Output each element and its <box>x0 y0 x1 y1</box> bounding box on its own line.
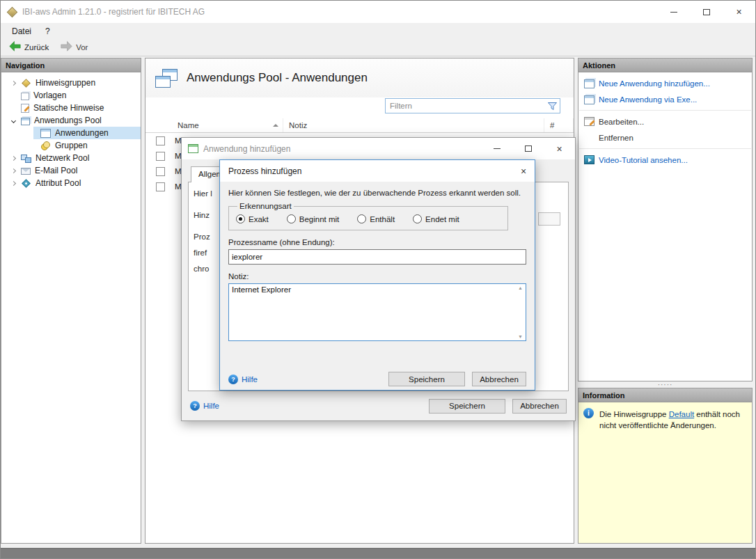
save-button[interactable]: Speichern <box>429 399 505 414</box>
expander[interactable] <box>6 169 21 173</box>
toolbar: Zurück Vor <box>1 39 755 56</box>
maximize-icon <box>703 9 710 15</box>
action-group: Video-Tutorial ansehen... <box>579 149 751 171</box>
actions-header: Aktionen <box>578 58 752 72</box>
action-video-tutorial[interactable]: Video-Tutorial ansehen... <box>579 152 751 168</box>
save-button[interactable]: Speichern <box>388 372 465 386</box>
default-group-link[interactable]: Default <box>669 410 694 418</box>
cancel-button[interactable]: Abbrechen <box>512 399 567 414</box>
navigation-tree: Hinweisgruppen Vorlagen Statische Hinwei… <box>1 72 141 189</box>
close-button[interactable]: × <box>723 1 755 23</box>
detection-group: Erkennungsart Exakt Beginnt mit Enthält <box>228 202 508 230</box>
action-group: Bearbeiten... Entfernen <box>579 111 751 149</box>
email-pool-icon <box>21 168 31 175</box>
column-header-notiz[interactable]: Notiz <box>283 118 544 132</box>
textarea-scrollbar[interactable]: ▲ ▼ <box>515 284 526 340</box>
fragment-text: Hinz <box>194 211 210 219</box>
action-neue-anwendung-via-exe[interactable]: Neue Anwendung via Exe... <box>579 91 751 107</box>
cancel-button[interactable]: Abbrechen <box>472 372 526 386</box>
expander[interactable] <box>6 157 21 160</box>
chevron-down-icon <box>10 118 15 123</box>
filter-box <box>385 98 560 113</box>
menu-bar: Datei ? <box>1 23 755 39</box>
right-column: Aktionen Neue Anwendung hinzufügen... Ne… <box>578 58 753 544</box>
hinweisgruppen-icon <box>22 79 31 88</box>
sidebar-item-email-pool[interactable]: E-Mail Pool <box>1 164 141 177</box>
filter-funnel-icon[interactable] <box>544 99 560 113</box>
radio-exakt[interactable]: Exakt <box>236 214 269 223</box>
sidebar-item-anwendungen[interactable]: Anwendungen <box>1 127 141 139</box>
video-tutorial-icon <box>584 155 594 164</box>
information-body: i Die Hinweisgruppe Default enthält noch… <box>578 402 752 543</box>
gruppen-icon <box>40 141 51 150</box>
sidebar-item-statische-hinweise[interactable]: Statische Hinweise <box>1 102 141 114</box>
help-link[interactable]: ? Hilfe <box>190 401 219 411</box>
information-panel: Information i Die Hinweisgruppe Default … <box>578 388 753 544</box>
sidebar-item-anwendungs-pool[interactable]: Anwendungs Pool <box>1 114 141 127</box>
row-checkbox[interactable] <box>156 152 165 161</box>
row-checkbox[interactable] <box>156 136 165 145</box>
dialog-footer: ? Hilfe Speichern Abbrechen <box>228 368 526 390</box>
minimize-button[interactable] <box>657 1 690 23</box>
radio-enthaelt[interactable]: Enthält <box>357 214 395 223</box>
sidebar-item-vorlagen[interactable]: Vorlagen <box>1 89 141 102</box>
chevron-right-icon <box>10 80 15 85</box>
action-bearbeiten[interactable]: Bearbeiten... <box>579 113 751 129</box>
chevron-right-icon <box>10 155 15 160</box>
expander[interactable] <box>6 81 21 85</box>
back-button[interactable]: Zurück <box>4 40 54 55</box>
radio-beginnt-mit[interactable]: Beginnt mit <box>287 214 340 223</box>
scroll-down-icon[interactable]: ▼ <box>518 334 523 339</box>
sidebar-item-hinweisgruppen[interactable]: Hinweisgruppen <box>1 77 141 89</box>
checkbox-column-header[interactable] <box>145 118 172 132</box>
navigation-panel: Navigation Hinweisgruppen Vorlagen Stati… <box>1 58 141 544</box>
sidebar-item-attribut-pool[interactable]: Attribut Pool <box>1 177 141 189</box>
menu-help[interactable]: ? <box>38 24 57 38</box>
window-controls: × <box>657 1 755 23</box>
action-neue-anwendung-hinzufuegen[interactable]: Neue Anwendung hinzufügen... <box>579 75 751 91</box>
new-application-exe-icon <box>584 95 594 104</box>
window-title: IBI-aws Admin 1.21.0 - registriert für I… <box>22 7 205 17</box>
app-logo-icon <box>6 6 17 17</box>
minimize-button[interactable] <box>481 138 512 159</box>
radio-endet-mit[interactable]: Endet mit <box>413 214 459 223</box>
row-checkbox[interactable] <box>156 167 165 176</box>
note-textarea[interactable]: Internet Explorer <box>229 284 526 340</box>
column-header-count[interactable]: # <box>544 118 574 132</box>
menu-datei[interactable]: Datei <box>5 24 38 38</box>
radio-icon <box>357 214 366 223</box>
help-link[interactable]: ? Hilfe <box>228 375 258 384</box>
filter-row <box>145 97 574 118</box>
sidebar-item-netzwerk-pool[interactable]: Netzwerk Pool <box>1 152 141 164</box>
dialog-title-bar: Prozess hinzufügen × <box>220 160 535 182</box>
attribut-pool-icon <box>22 179 31 188</box>
close-button[interactable]: × <box>544 138 575 159</box>
help-icon: ? <box>190 401 200 411</box>
close-button[interactable]: × <box>512 160 535 182</box>
forward-button[interactable]: Vor <box>56 40 93 55</box>
sidebar-item-gruppen[interactable]: Gruppen <box>1 139 141 152</box>
status-bar <box>1 548 755 559</box>
info-icon: i <box>583 408 594 418</box>
maximize-button[interactable] <box>690 1 723 23</box>
chevron-right-icon <box>10 180 15 185</box>
expander[interactable] <box>6 119 21 123</box>
radio-icon <box>413 214 422 223</box>
dialog-description: Hier können Sie festlegen, wie der zu üb… <box>228 189 526 197</box>
filter-input[interactable] <box>386 102 544 110</box>
forward-arrow-icon <box>61 41 72 54</box>
process-name-input[interactable] <box>228 249 526 265</box>
expander[interactable] <box>6 182 21 185</box>
panel-splitter[interactable]: ····· <box>578 381 753 388</box>
column-header-name[interactable]: Name <box>172 118 283 132</box>
scroll-up-icon[interactable]: ▲ <box>518 285 523 290</box>
dialog-title-bar: Anwendung hinzufügen × <box>182 138 575 159</box>
applications-icon <box>155 69 178 88</box>
note-field: Internet Explorer ▲ ▼ <box>228 283 526 341</box>
maximize-button[interactable] <box>512 138 544 159</box>
radio-selected-icon <box>236 214 245 223</box>
row-checkbox[interactable] <box>156 182 165 191</box>
action-entfernen[interactable]: Entfernen <box>579 129 751 145</box>
vorlagen-icon <box>21 93 29 100</box>
detection-radio-row: Exakt Beginnt mit Enthält Endet mit <box>236 214 501 223</box>
